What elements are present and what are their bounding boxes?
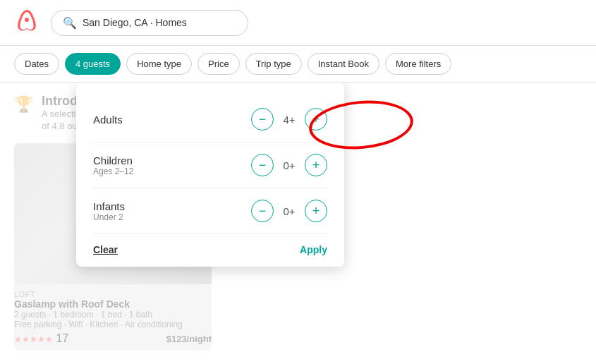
search-bar[interactable]: 🔍 San Diego, CA · Homes <box>51 10 248 36</box>
filter-bar: Dates 4 guests Home type Price Trip type… <box>0 46 596 83</box>
children-label: Children Ages 2–12 <box>93 154 133 176</box>
infants-increment-button[interactable]: + <box>305 200 327 222</box>
filter-price-button[interactable]: Price <box>197 53 240 75</box>
rating-stars: ★★★★★ <box>14 334 53 344</box>
infants-count: 0+ <box>281 205 298 217</box>
clear-button[interactable]: Clear <box>93 244 118 255</box>
infants-decrement-button[interactable]: − <box>251 200 274 222</box>
rating-count: 17 <box>56 332 68 344</box>
infants-controls: − 0+ + <box>251 200 327 222</box>
adults-controls: − 4+ + <box>251 108 327 131</box>
dropdown-footer: Clear Apply <box>93 234 327 255</box>
filter-more-filters-button[interactable]: More filters <box>385 53 451 75</box>
adults-count: 4+ <box>281 114 298 126</box>
infants-label: Infants Under 2 <box>93 200 125 222</box>
search-query: San Diego, CA · Homes <box>83 17 187 28</box>
card-rating: ★★★★★ 17 $123/night <box>14 332 212 345</box>
adults-row: Adults − 4+ + <box>93 97 327 142</box>
children-decrement-button[interactable]: − <box>251 154 274 176</box>
card-title: Gaslamp with Roof Deck <box>14 298 212 310</box>
filter-trip-type-button[interactable]: Trip type <box>245 53 302 75</box>
children-controls: − 0+ + <box>251 154 327 176</box>
infants-row: Infants Under 2 − 0+ + <box>93 188 327 234</box>
apply-button[interactable]: Apply <box>300 244 327 255</box>
card-info: loft Gaslamp with Roof Deck 2 guests · 1… <box>14 284 212 351</box>
airbnb-logo[interactable] <box>14 8 39 37</box>
filter-home-type-button[interactable]: Home type <box>126 53 192 75</box>
adults-label: Adults <box>93 114 123 126</box>
header: 🔍 San Diego, CA · Homes <box>0 0 596 46</box>
adults-increment-button[interactable]: + <box>305 108 327 131</box>
main-content: 🏆 Introduc A selection of 4.8 out of 5 s… <box>0 83 596 362</box>
search-icon: 🔍 <box>63 16 77 30</box>
price: $123/night <box>166 334 212 344</box>
children-row: Children Ages 2–12 − 0+ + <box>93 142 327 188</box>
guests-dropdown: Adults − 4+ + Children Ages 2–12 − 0+ + <box>76 83 344 267</box>
card-amenities: Free parking · Wifi · Kitchen · Air cond… <box>14 320 212 329</box>
card-tag: loft <box>14 290 212 298</box>
card-details: 2 guests · 1 bedroom · 1 bed · 1 bath <box>14 310 212 320</box>
children-increment-button[interactable]: + <box>305 154 327 176</box>
adults-decrement-button[interactable]: − <box>251 108 274 131</box>
filter-guests-button[interactable]: 4 guests <box>65 53 121 75</box>
filter-dates-button[interactable]: Dates <box>14 53 59 75</box>
trophy-icon: 🏆 <box>14 95 33 114</box>
filter-instant-book-button[interactable]: Instant Book <box>308 53 379 75</box>
children-count: 0+ <box>281 159 298 171</box>
